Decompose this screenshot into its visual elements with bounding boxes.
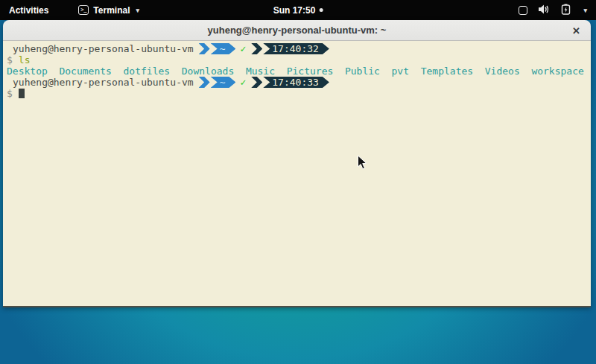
directory-name: dotfiles: [124, 66, 171, 77]
prompt-symbol: $: [7, 54, 13, 66]
terminal-app-icon: >_: [78, 5, 89, 15]
close-icon[interactable]: ✕: [572, 25, 580, 35]
battery-charging-icon: [561, 4, 571, 17]
status-check-icon: ✓: [240, 43, 246, 54]
desktop: Activities >_ Terminal ▾ Sun 17:50: [0, 0, 596, 364]
directory-name: Templates: [421, 66, 473, 77]
terminal-window: yuheng@henry-personal-ubuntu-vm: ~ ✕ yuh…: [3, 20, 591, 307]
directory-name: workspace: [531, 66, 583, 77]
directory-name: Videos: [485, 66, 520, 77]
directory-name: Public: [345, 66, 380, 77]
powerline-arrow-icon: [199, 77, 210, 88]
prompt-line: yuheng@henry-personal-ubuntu-vm ~ ✓ 17:4…: [7, 43, 588, 54]
ls-output-line: DesktopDocumentsdotfilesDownloadsMusicPi…: [7, 66, 588, 77]
prompt-time-segment: 17:40:33: [263, 77, 329, 88]
directory-name: Documents: [59, 66, 111, 77]
directory-name: Pictures: [287, 66, 334, 77]
top-bar: Activities >_ Terminal ▾ Sun 17:50: [0, 0, 596, 20]
text-cursor: [19, 89, 25, 98]
prompt-time-segment: 17:40:32: [263, 43, 329, 54]
powerline-arrow-icon: [251, 77, 262, 88]
status-check-icon: ✓: [240, 77, 246, 88]
prompt-line: yuheng@henry-personal-ubuntu-vm ~ ✓ 17:4…: [7, 77, 588, 88]
window-titlebar[interactable]: yuheng@henry-personal-ubuntu-vm: ~ ✕: [3, 20, 591, 41]
prompt-user-host: yuheng@henry-personal-ubuntu-vm: [7, 43, 194, 54]
window-title: yuheng@henry-personal-ubuntu-vm: ~: [208, 25, 387, 36]
terminal-content[interactable]: yuheng@henry-personal-ubuntu-vm ~ ✓ 17:4…: [3, 41, 591, 306]
directory-name: Downloads: [182, 66, 234, 77]
chevron-down-icon: ▾: [136, 7, 139, 14]
system-status-area[interactable]: ▾: [519, 0, 596, 20]
network-icon: [519, 6, 527, 15]
clock-button[interactable]: Sun 17:50: [273, 0, 323, 20]
directory-name: Music: [246, 66, 275, 77]
directory-name: Desktop: [7, 66, 48, 77]
command-line-current[interactable]: $: [7, 88, 588, 99]
command-line: $ ls: [7, 54, 588, 66]
system-menu-chevron-icon: ▾: [583, 7, 587, 14]
mouse-pointer-icon: [357, 155, 367, 173]
notification-dot-icon: [319, 8, 323, 12]
prompt-path-segment: ~: [211, 77, 236, 88]
volume-icon: [539, 4, 550, 16]
app-menu-terminal[interactable]: >_ Terminal ▾: [78, 0, 139, 20]
prompt-symbol: $: [7, 88, 13, 99]
directory-name: pvt: [392, 66, 409, 77]
clock-label: Sun 17:50: [273, 5, 316, 16]
powerline-arrow-icon: [199, 43, 210, 54]
prompt-user-host: yuheng@henry-personal-ubuntu-vm: [7, 77, 194, 88]
powerline-arrow-icon: [251, 43, 262, 54]
command-text: ls: [19, 54, 31, 66]
activities-button[interactable]: Activities: [0, 0, 57, 20]
app-menu-label: Terminal: [93, 5, 130, 16]
prompt-path-segment: ~: [211, 43, 236, 54]
